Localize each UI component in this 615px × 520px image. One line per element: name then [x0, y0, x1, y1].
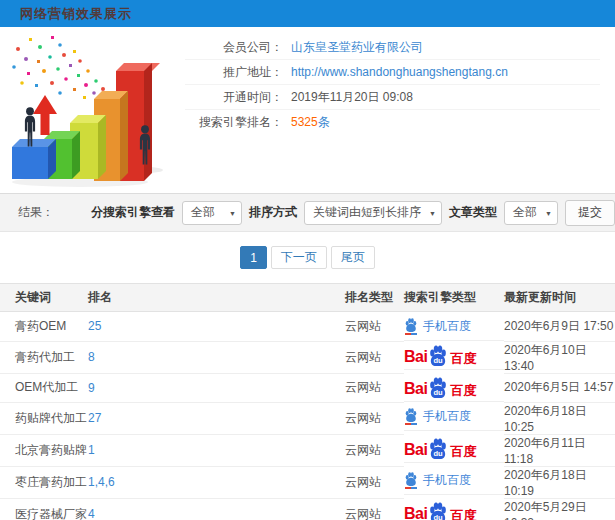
baidu-bai-text: Bai	[404, 381, 427, 397]
header-engine-type: 搜索引擎类型	[404, 284, 504, 312]
updated-text: 2020年6月11日 11:18	[504, 436, 586, 466]
company-link[interactable]: 山东皇圣堂药业有限公司	[291, 39, 423, 56]
updated-cell: 2020年6月18日 10:25	[504, 402, 615, 434]
rank-count-number: 5325	[291, 115, 318, 129]
keyword-text: 北京膏药贴牌	[15, 443, 87, 457]
keyword-cell: 枣庄膏药加工	[0, 466, 88, 498]
keyword-cell: 膏药代加工	[0, 341, 88, 373]
rank-type-cell: 云网站	[345, 434, 404, 466]
bar-blue	[12, 139, 56, 179]
rank-type-text: 云网站	[345, 507, 381, 520]
keyword-cell: 膏药OEM	[0, 312, 88, 342]
baidu-zh-text: 百度	[450, 384, 476, 397]
baidu-paw-icon: du	[428, 377, 448, 399]
baidu-bai-text: Bai	[404, 442, 427, 458]
rank-type-text: 云网站	[345, 350, 381, 364]
header-rank: 排名	[88, 284, 345, 312]
rank-cell: 8	[88, 341, 345, 373]
updated-cell: 2020年6月10日 13:40	[504, 341, 615, 373]
mobile-paw-underline	[405, 487, 417, 489]
baidu-bai-text: Bai	[404, 349, 427, 365]
header-bar: 网络营销效果展示	[0, 0, 615, 27]
engine-cell: Bai du 百度	[404, 434, 504, 463]
keyword-cell: 北京膏药贴牌	[0, 434, 88, 466]
result-label: 结果：	[18, 204, 54, 221]
engine-cell: 手机百度	[404, 312, 504, 341]
keyword-cell: OEM代加工	[0, 373, 88, 402]
table-row: 北京膏药贴牌 1 云网站 Bai du 百度 2020年6月11日 11:18	[0, 434, 615, 466]
rank-link[interactable]: 1,4,6	[88, 475, 115, 489]
promo-url-label: 推广地址：	[185, 64, 283, 81]
baidu-zh-text: 百度	[450, 509, 476, 520]
updated-cell: 2020年6月5日 14:57	[504, 373, 615, 402]
rank-link[interactable]: 9	[88, 381, 95, 395]
baidu-logo: Bai du 百度	[404, 438, 476, 458]
page-title: 网络营销效果展示	[20, 5, 132, 23]
info-section: 会员公司： 山东皇圣堂药业有限公司 推广地址： http://www.shand…	[0, 27, 615, 193]
updated-cell: 2020年5月29日 10:32	[504, 498, 615, 520]
table-row: 膏药代加工 8 云网站 Bai du 百度 2020年6月10日 13:40	[0, 341, 615, 373]
chevron-down-icon: ▼	[545, 210, 552, 217]
rank-type-text: 云网站	[345, 475, 381, 489]
updated-text: 2020年6月10日 13:40	[504, 343, 587, 373]
open-time-label: 开通时间：	[185, 89, 283, 106]
engine-select[interactable]: 全部 ▼	[182, 201, 242, 225]
rank-count-suffix: 条	[318, 115, 330, 129]
baidu-zh-text: 百度	[450, 445, 476, 458]
rank-cell: 25	[88, 312, 345, 342]
updated-text: 2020年6月5日 14:57	[504, 380, 613, 394]
page-button-current[interactable]: 1	[240, 246, 267, 269]
rank-count-label: 搜索引擎排名：	[185, 114, 283, 131]
rank-type-cell: 云网站	[345, 312, 404, 342]
baidu-logo: Bai du 百度	[404, 502, 476, 520]
updated-text: 2020年6月18日 10:25	[504, 404, 587, 434]
keyword-cell: 医疗器械厂家	[0, 498, 88, 520]
article-type-label: 文章类型	[449, 204, 497, 221]
sort-select-value: 关键词由短到长排序	[313, 204, 421, 221]
updated-cell: 2020年6月18日 10:19	[504, 466, 615, 498]
pagination: 1 下一页 尾页	[0, 232, 615, 283]
page-button-next[interactable]: 下一页	[271, 246, 327, 269]
mobile-paw-underline	[405, 423, 417, 425]
article-type-select[interactable]: 全部 ▼	[504, 201, 558, 225]
rank-link[interactable]: 27	[88, 411, 101, 425]
submit-button[interactable]: 提交	[565, 200, 615, 226]
rank-cell: 1,4,6	[88, 466, 345, 498]
keyword-text: OEM代加工	[15, 380, 78, 394]
updated-cell: 2020年6月11日 11:18	[504, 434, 615, 466]
mobile-baidu-logo: 手机百度	[404, 408, 471, 425]
updated-cell: 2020年6月9日 17:50	[504, 312, 615, 342]
mobile-paw-icon	[404, 472, 418, 489]
updated-text: 2020年5月29日 10:32	[504, 500, 587, 520]
sort-select[interactable]: 关键词由短到长排序 ▼	[304, 201, 442, 225]
sort-filter-label: 排序方式	[249, 204, 297, 221]
info-row-rank-count: 搜索引擎排名： 5325条	[185, 110, 600, 135]
rank-link[interactable]: 25	[88, 319, 101, 333]
table-row: 药贴牌代加工 27 云网站 手机百度 2020年6月18日 10:25	[0, 402, 615, 434]
table-row: 医疗器械厂家 4 云网站 Bai du 百度 2020年5月29日 10:32	[0, 498, 615, 520]
filter-controls: 分搜索引擎查看 全部 ▼ 排序方式 关键词由短到长排序 ▼ 文章类型 全部 ▼ …	[91, 200, 615, 226]
svg-text:du: du	[434, 513, 444, 520]
page-button-last[interactable]: 尾页	[331, 246, 375, 269]
rank-type-text: 云网站	[345, 380, 381, 394]
chevron-down-icon: ▼	[229, 210, 236, 217]
table-row: OEM代加工 9 云网站 Bai du 百度 2020年6月5日 14:57	[0, 373, 615, 402]
rank-link[interactable]: 8	[88, 350, 95, 364]
rank-link[interactable]: 1	[88, 443, 95, 457]
confetti-dots	[12, 36, 109, 104]
filter-bar: 结果： 分搜索引擎查看 全部 ▼ 排序方式 关键词由短到长排序 ▼ 文章类型 全…	[0, 193, 615, 232]
engine-cell: Bai du 百度	[404, 498, 504, 520]
mobile-paw-icon	[404, 318, 418, 335]
rank-type-cell: 云网站	[345, 373, 404, 402]
rank-count-value[interactable]: 5325条	[291, 114, 330, 131]
rank-type-text: 云网站	[345, 411, 381, 425]
table-row: 枣庄膏药加工 1,4,6 云网站 手机百度 2020年6月18日 10:19	[0, 466, 615, 498]
rank-link[interactable]: 4	[88, 507, 95, 520]
promo-url-link[interactable]: http://www.shandonghuangshengtang.cn	[291, 65, 508, 79]
table-body: 膏药OEM 25 云网站 手机百度 2020年6月9日 17:50 膏药代加工 …	[0, 312, 615, 520]
mobile-baidu-logo: 手机百度	[404, 318, 471, 335]
header-keyword: 关键词	[0, 284, 88, 312]
engine-cell: Bai du 百度	[404, 341, 504, 370]
keyword-text: 枣庄膏药加工	[15, 475, 87, 489]
table-header-row: 关键词 排名 排名类型 搜索引擎类型 最新更新时间	[0, 284, 615, 312]
